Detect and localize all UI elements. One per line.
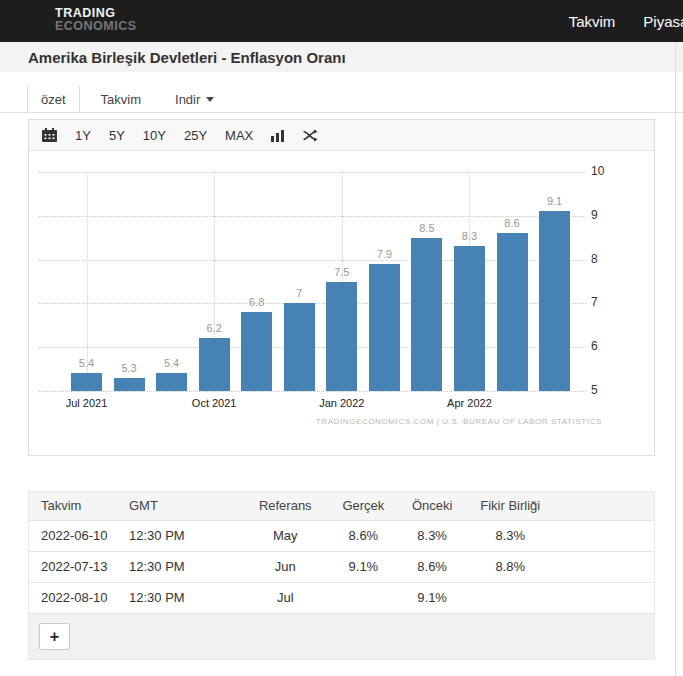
logo-line-2: ECONOMICS <box>55 20 137 33</box>
range-button-10y[interactable]: 10Y <box>143 128 166 143</box>
table-cell-previous: 8.3% <box>398 520 467 551</box>
bar <box>454 246 485 391</box>
y-tick-label: 10 <box>591 164 604 178</box>
app-header: TRADING ECONOMICS Takvim Piyasalar <box>0 0 683 42</box>
table-cell-gmt: 12:30 PM <box>129 520 242 551</box>
table-header-cell: Referans <box>242 492 330 520</box>
bar-value-label: 7.5 <box>334 266 349 278</box>
table-header-cell: Önceki <box>398 492 467 520</box>
bar-value-label: 6.2 <box>206 322 221 334</box>
table-header-spacer <box>554 492 654 520</box>
table-cell-consensus: 8.3% <box>467 520 555 551</box>
title-bar: Amerika Birleşik Devletleri - Enflasyon … <box>0 42 683 72</box>
column-chart-icon[interactable] <box>271 129 285 142</box>
table-row: 2022-06-10 12:30 PM May 8.6% 8.3% 8.3% <box>29 520 654 551</box>
table-cell-date: 2022-07-13 <box>29 551 129 582</box>
range-button-25y[interactable]: 25Y <box>184 128 207 143</box>
tab-ozet-label: özet <box>41 92 66 107</box>
trading-economics-logo[interactable]: TRADING ECONOMICS <box>55 7 137 33</box>
bar <box>326 282 357 392</box>
x-tick-label: Jan 2022 <box>319 397 364 409</box>
table-footer: + <box>29 613 654 659</box>
y-grid-line <box>39 391 586 392</box>
page-title: Amerika Birleşik Devletleri - Enflasyon … <box>0 42 683 73</box>
bar-value-label: 7.9 <box>377 248 392 260</box>
table-cell-actual: 9.1% <box>329 551 398 582</box>
table-cell-reference: Jun <box>242 551 330 582</box>
y-grid-line <box>39 172 586 173</box>
bar <box>369 264 400 391</box>
caret-down-icon <box>206 97 214 102</box>
table-cell-reference: May <box>242 520 330 551</box>
bar <box>114 378 145 391</box>
table-cell-gmt: 12:30 PM <box>129 551 242 582</box>
bar <box>284 303 315 391</box>
tab-indir[interactable]: Indir <box>162 86 227 112</box>
bar-value-label: 8.3 <box>462 230 477 242</box>
bar <box>411 238 442 391</box>
table-cell-actual: 8.6% <box>329 520 398 551</box>
top-navigation: Takvim Piyasalar <box>569 0 683 42</box>
chart-panel: 1Y 5Y 10Y 25Y MAX TRADINGECONOMICS.COM |… <box>28 119 655 456</box>
table-header-cell: Fikir Birliği <box>467 492 555 520</box>
y-tick-label: 6 <box>591 339 598 353</box>
table-cell-consensus: 8.8% <box>467 551 555 582</box>
x-tick-label: Oct 2021 <box>192 397 237 409</box>
bar-value-label: 6.8 <box>249 296 264 308</box>
range-button-max[interactable]: MAX <box>225 128 253 143</box>
table-header-row: Takvim GMT Referans Gerçek Önceki Fikir … <box>29 492 654 520</box>
bar-value-label: 5.3 <box>121 362 136 374</box>
range-button-1y[interactable]: 1Y <box>75 128 91 143</box>
bar-value-label: 7 <box>296 287 302 299</box>
data-table: Takvim GMT Referans Gerçek Önceki Fikir … <box>28 491 655 660</box>
table-header-cell: Takvim <box>29 492 129 520</box>
page-right-border <box>675 42 676 676</box>
bar <box>199 338 230 391</box>
calendar-icon[interactable] <box>42 128 57 142</box>
tab-bar: özet Takvim Indir <box>0 86 683 113</box>
y-tick-label: 9 <box>591 208 598 222</box>
table-cell-date: 2022-08-10 <box>29 582 129 613</box>
table-cell-reference: Jul <box>242 582 330 613</box>
table-cell-gmt: 12:30 PM <box>129 582 242 613</box>
tab-takvim[interactable]: Takvim <box>88 86 154 112</box>
chart-area: TRADINGECONOMICS.COM | U.S. BUREAU OF LA… <box>29 151 654 455</box>
x-tick-label: Jul 2021 <box>66 397 108 409</box>
y-tick-label: 8 <box>591 252 598 266</box>
y-tick-label: 5 <box>591 383 598 397</box>
chart-attribution: TRADINGECONOMICS.COM | U.S. BUREAU OF LA… <box>316 417 602 426</box>
chart-toolbar: 1Y 5Y 10Y 25Y MAX <box>29 120 654 151</box>
bar <box>156 373 187 391</box>
nav-item-takvim[interactable]: Takvim <box>569 13 616 30</box>
bar-value-label: 8.6 <box>504 217 519 229</box>
bar-value-label: 5.4 <box>164 357 179 369</box>
tab-indir-label: Indir <box>175 92 200 107</box>
tab-ozet[interactable]: özet <box>27 86 80 112</box>
compare-icon[interactable] <box>303 129 319 142</box>
bar-value-label: 8.5 <box>419 222 434 234</box>
table-cell-consensus <box>467 582 555 613</box>
table-header-cell: GMT <box>129 492 242 520</box>
bar <box>539 211 570 391</box>
table-cell-previous: 8.6% <box>398 551 467 582</box>
nav-item-piyasalar[interactable]: Piyasalar <box>643 13 683 30</box>
x-tick-label: Apr 2022 <box>447 397 492 409</box>
bar-value-label: 5.4 <box>79 357 94 369</box>
tab-takvim-label: Takvim <box>101 92 141 107</box>
add-row-button[interactable]: + <box>39 623 70 650</box>
bar <box>71 373 102 391</box>
y-tick-label: 7 <box>591 296 598 310</box>
table-cell-previous: 9.1% <box>398 582 467 613</box>
bar <box>241 312 272 391</box>
table-cell-actual <box>329 582 398 613</box>
table-row: 2022-07-13 12:30 PM Jun 9.1% 8.6% 8.8% <box>29 551 654 582</box>
table-cell-date: 2022-06-10 <box>29 520 129 551</box>
table-row: 2022-08-10 12:30 PM Jul 9.1% <box>29 582 654 613</box>
range-button-5y[interactable]: 5Y <box>109 128 125 143</box>
table-header-cell: Gerçek <box>329 492 398 520</box>
bar <box>497 233 528 391</box>
bar-value-label: 9.1 <box>547 195 562 207</box>
